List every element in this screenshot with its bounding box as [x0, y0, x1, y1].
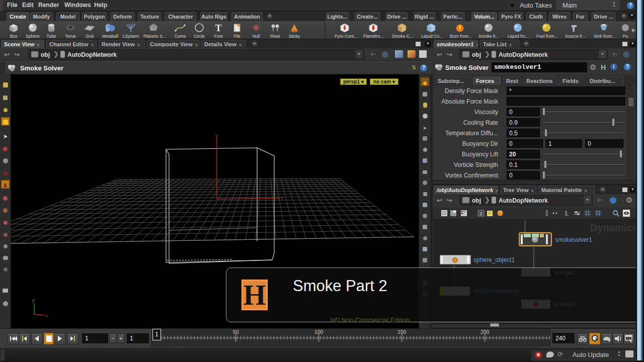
svg-text:T: T — [215, 23, 222, 33]
svg-text:y: y — [32, 298, 35, 303]
svg-text:200: 200 — [480, 329, 490, 335]
svg-text:2: 2 — [479, 211, 482, 216]
svg-text:100: 100 — [314, 329, 324, 335]
svg-text:z: z — [220, 207, 223, 212]
svg-text:150: 150 — [397, 329, 407, 335]
svg-text:x: x — [281, 195, 283, 200]
svg-text:x: x — [45, 313, 48, 318]
svg-text:1: 1 — [565, 211, 568, 216]
svg-text:50: 50 — [233, 329, 239, 335]
svg-text:y: y — [215, 133, 218, 138]
